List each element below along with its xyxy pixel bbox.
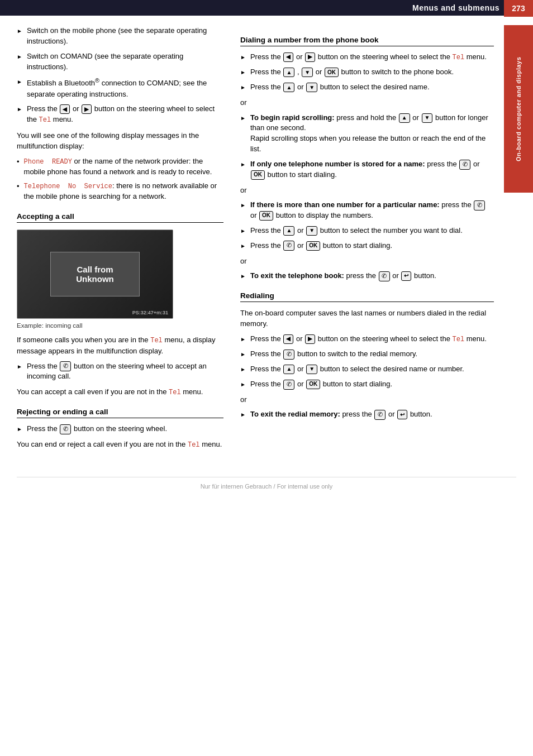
accepting-call-heading: Accepting a call <box>17 212 223 223</box>
ok-icon: OK <box>306 241 320 251</box>
phone-icon: ✆ <box>283 350 294 360</box>
call-unknown-text: Unknown <box>76 274 114 284</box>
redialing-intro: The on-board computer saves the last nam… <box>240 308 494 329</box>
dialing-heading: Dialing a number from the phone book <box>240 36 494 46</box>
down-arrow-icon: ▼ <box>306 83 317 92</box>
side-tab-label: On-board computer and displays <box>515 56 522 161</box>
exit-redial-bullet: ► To exit the redial memory: press the ✆… <box>240 409 494 420</box>
phone-icon: ✆ <box>283 380 294 390</box>
more-numbers-bullet: ► If there is more than one number for a… <box>240 200 494 221</box>
ok-icon: OK <box>259 211 273 221</box>
ok-icon: OK <box>251 170 265 180</box>
back-icon: ↩ <box>397 410 407 419</box>
back-icon: ↩ <box>401 271 411 281</box>
phone-icon: ✆ <box>459 160 470 170</box>
reject-note: You can end or reject a call even if you… <box>17 439 223 450</box>
bullet-arrow: ► <box>240 272 246 281</box>
footer-text: Nur für internen Gebrauch / For internal… <box>201 483 333 490</box>
dial-bullet-3: ► Press the ▲ or ▼ button to select the … <box>240 82 494 93</box>
bullet-arrow: ► <box>17 363 22 371</box>
down-arrow-icon: ▼ <box>306 226 317 236</box>
intro-bullet-1: ► Switch on the mobile phone (see the se… <box>17 26 223 47</box>
left-column: ► Switch on the mobile phone (see the se… <box>17 26 223 454</box>
redial-bullet-1-text: Press the ◀ or ▶ button on the steering … <box>250 334 494 344</box>
side-tab: On-board computer and displays <box>504 25 533 193</box>
dialing-section: Dialing a number from the phone book ► P… <box>240 36 494 281</box>
bullet-arrow: ► <box>17 106 22 114</box>
redial-bullet-1: ► Press the ◀ or ▶ button on the steerin… <box>240 334 494 344</box>
down-arrow-icon: ▼ <box>306 365 317 374</box>
dial-bullet-1-text: Press the ◀ or ▶ button on the steering … <box>250 52 494 63</box>
page-number: 273 <box>504 0 533 17</box>
tel-label: Tel <box>453 336 465 343</box>
exit-phone-book-bullet: ► To exit the telephone book: press the … <box>240 271 494 281</box>
rapid-scroll-bullet: ► To begin rapid scrolling: press and ho… <box>240 113 494 155</box>
redial-bullet-2-text: Press the ✆ button to switch to the redi… <box>250 349 494 360</box>
redial-bullet-3: ► Press the ▲ or ▼ button to select the … <box>240 364 494 375</box>
redialing-section: Redialing The on-board computer saves th… <box>240 291 494 420</box>
start-dialing-text: Press the ✆ or OK button to start dialin… <box>250 241 494 251</box>
phone-accept-icon: ✆ <box>60 361 71 371</box>
up-arrow-icon: ▲ <box>283 68 294 77</box>
display-messages-intro: You will see one of the following displa… <box>17 130 223 152</box>
redialing-heading: Redialing <box>240 291 494 302</box>
dot-bullet: • <box>17 181 20 192</box>
select-number-text: Press the ▲ or ▼ button to select the nu… <box>250 226 494 236</box>
up-arrow-icon: ▲ <box>283 365 294 374</box>
intro-bullet-3-text: Establish a Bluetooth® connection to COM… <box>27 76 223 99</box>
main-content: ► Switch on the mobile phone (see the se… <box>0 16 533 477</box>
header-title: Menus and submenus <box>412 3 499 12</box>
bullet-arrow: ► <box>240 411 246 419</box>
bullet-arrow: ► <box>17 78 22 87</box>
right-arrow-icon: ▶ <box>305 334 315 344</box>
rapid-scroll-text: To begin rapid scrolling: press and hold… <box>250 113 494 155</box>
or-3: or <box>240 256 494 267</box>
or-4: or <box>240 394 494 405</box>
bullet-arrow: ► <box>240 161 246 169</box>
accept-call-bullet: ► Press the ✆ button on the steering whe… <box>17 361 223 382</box>
accept-note: You can accept a call even if you are no… <box>17 386 223 398</box>
bullet-arrow: ► <box>240 84 246 92</box>
select-number-bullet: ► Press the ▲ or ▼ button to select the … <box>240 226 494 236</box>
dial-bullet-3-text: Press the ▲ or ▼ button to select the de… <box>250 82 494 93</box>
start-dialing-bullet: ► Press the ✆ or OK button to start dial… <box>240 241 494 251</box>
more-numbers-bold: If there is more than one number for a p… <box>250 200 440 209</box>
footer: Nur für internen Gebrauch / For internal… <box>17 477 516 499</box>
bullet-arrow: ► <box>17 27 22 36</box>
bullet-arrow: ► <box>240 114 246 123</box>
more-numbers-text: If there is more than one number for a p… <box>250 200 494 221</box>
up-arrow-icon: ▲ <box>283 226 294 236</box>
no-service-label: Telephone No Service <box>24 183 112 190</box>
display-msg-1: • Phone READY or the name of the network… <box>17 156 223 178</box>
down-arrow-icon: ▼ <box>422 113 433 123</box>
phone-icon: ✆ <box>283 241 294 251</box>
phone-end-icon: ✆ <box>60 424 71 434</box>
rejecting-call-heading: Rejecting or ending a call <box>17 408 223 418</box>
bullet-arrow: ► <box>240 336 246 344</box>
bullet-arrow: ► <box>240 54 246 62</box>
call-from-overlay: Call from Unknown <box>50 252 140 296</box>
phone-icon: ✆ <box>474 200 485 210</box>
display-msg-1-text: Phone READY or the name of the network p… <box>24 156 223 178</box>
exit-book-bold: To exit the telephone book: <box>250 271 344 280</box>
display-msg-2: • Telephone No Service: there is no netw… <box>17 181 223 202</box>
left-arrow-icon: ◀ <box>60 104 70 114</box>
tel-label: Tel <box>453 54 465 61</box>
exit-phone-book-text: To exit the telephone book: press the ✆ … <box>250 271 494 281</box>
example-image: Call from Unknown PS:32:47+m:31 <box>17 229 173 319</box>
bullet-arrow: ► <box>17 425 22 434</box>
intro-bullet-1-text: Switch on the mobile phone (see the sepa… <box>27 26 223 47</box>
example-caption: Example: incoming call <box>17 322 223 329</box>
intro-bullet-4: ► Press the ◀ or ▶ button on the steerin… <box>17 104 223 125</box>
tel-label-4: Tel <box>188 441 200 449</box>
rapid-scroll-bold: To begin rapid scrolling: <box>250 113 335 122</box>
tel-label: Tel <box>39 116 51 124</box>
up-arrow-icon: ▲ <box>283 83 294 92</box>
bullet-arrow: ► <box>240 69 246 77</box>
right-arrow-icon: ▶ <box>82 104 92 114</box>
one-number-text: If only one telephone number is stored f… <box>250 159 494 180</box>
bullet-arrow: ► <box>240 227 246 236</box>
tel-label-2: Tel <box>150 337 163 344</box>
phone-end-icon: ✆ <box>379 271 390 281</box>
phone-ready-label: Phone READY <box>24 158 72 166</box>
